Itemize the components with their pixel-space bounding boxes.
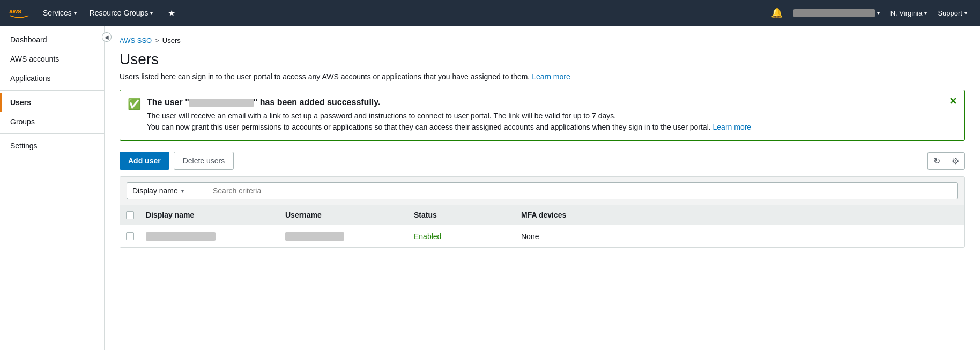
success-banner: ✅ ✕ The user " " has been added successf… [120, 90, 965, 141]
sidebar-item-dashboard[interactable]: Dashboard [0, 30, 104, 49]
table-header: Display name Username Status MFA devices [120, 205, 964, 225]
sidebar-item-aws-accounts[interactable]: AWS accounts [0, 49, 104, 69]
sidebar-collapse-button[interactable]: ◀ [102, 32, 112, 42]
resource-groups-menu[interactable]: Resource Groups ▾ [85, 6, 158, 19]
aws-logo: aws [9, 5, 30, 21]
svg-text:aws: aws [9, 8, 21, 15]
favorites-icon[interactable]: ★ [164, 6, 180, 20]
region-chevron-icon: ▾ [924, 10, 927, 16]
account-menu[interactable]: ██████████ ▾ [789, 7, 884, 19]
main-content: AWS SSO > Users Users Users listed here … [105, 26, 980, 350]
sidebar-item-applications[interactable]: Applications [0, 69, 104, 88]
action-buttons: Add user Delete users [120, 152, 234, 170]
row-checkbox-cell [120, 232, 139, 240]
display-name-redacted [146, 232, 216, 241]
td-mfa-devices: None [515, 232, 964, 241]
th-mfa-devices: MFA devices [515, 211, 964, 219]
sidebar-divider-2 [0, 133, 104, 134]
table-row: Enabled None [120, 225, 964, 247]
th-display-name: Display name [139, 211, 279, 219]
filter-select-chevron-icon: ▾ [181, 188, 184, 194]
sidebar: ◀ Dashboard AWS accounts Applications Us… [0, 26, 105, 350]
table-filter-row: Display name ▾ [120, 177, 964, 205]
breadcrumb-parent-link[interactable]: AWS SSO [120, 36, 152, 44]
td-status: Enabled [407, 232, 515, 241]
filter-select[interactable]: Display name ▾ [127, 182, 207, 199]
td-display-name [139, 232, 279, 241]
sidebar-divider-1 [0, 90, 104, 91]
breadcrumb-current: Users [162, 36, 181, 44]
add-user-button[interactable]: Add user [120, 152, 169, 170]
success-username-redacted [189, 99, 254, 107]
top-nav: aws Services ▾ Resource Groups ▾ ★ 🔔 ███… [0, 0, 980, 26]
username-redacted [285, 232, 344, 241]
td-username [279, 232, 407, 241]
button-row: Add user Delete users ↻ ⚙ [120, 152, 965, 170]
sidebar-item-users[interactable]: Users [0, 93, 104, 112]
sidebar-item-settings[interactable]: Settings [0, 136, 104, 155]
th-checkbox [120, 211, 139, 219]
support-chevron-icon: ▾ [964, 10, 967, 16]
support-menu[interactable]: Support ▾ [933, 7, 971, 19]
page-learn-more-link[interactable]: Learn more [532, 72, 570, 81]
bell-icon[interactable]: 🔔 [767, 5, 787, 21]
nav-right: 🔔 ██████████ ▾ N. Virginia ▾ Support ▾ [767, 5, 971, 21]
resource-groups-chevron-icon: ▾ [150, 10, 153, 16]
page-title: Users [120, 51, 965, 68]
region-menu[interactable]: N. Virginia ▾ [886, 7, 932, 19]
delete-users-button[interactable]: Delete users [174, 152, 234, 170]
select-all-checkbox[interactable] [126, 211, 134, 219]
search-input[interactable] [207, 182, 958, 199]
page-description: Users listed here can sign in to the use… [120, 72, 965, 81]
services-menu[interactable]: Services ▾ [39, 6, 81, 19]
refresh-button[interactable]: ↻ [927, 152, 946, 170]
table-icon-buttons: ↻ ⚙ [927, 152, 965, 170]
account-chevron-icon: ▾ [877, 10, 880, 16]
success-title: The user " " has been added successfully… [147, 98, 943, 107]
success-check-icon: ✅ [128, 98, 141, 110]
resource-groups-label: Resource Groups [90, 9, 149, 17]
region-label: N. Virginia [890, 9, 923, 17]
breadcrumb: AWS SSO > Users [120, 36, 965, 44]
success-body: The user will receive an email with a li… [147, 110, 943, 133]
account-label: ██████████ [793, 9, 875, 17]
th-status: Status [407, 211, 515, 219]
breadcrumb-separator: > [155, 36, 159, 44]
success-close-button[interactable]: ✕ [949, 95, 957, 107]
filter-select-label: Display name [132, 187, 178, 195]
sidebar-item-groups[interactable]: Groups [0, 112, 104, 131]
support-label: Support [938, 9, 962, 17]
success-learn-more-link[interactable]: Learn more [713, 123, 752, 131]
services-chevron-icon: ▾ [74, 10, 77, 16]
users-table-container: Display name ▾ Display name Username Sta… [120, 176, 965, 248]
row-checkbox[interactable] [126, 232, 134, 240]
settings-button[interactable]: ⚙ [946, 152, 965, 170]
layout: ◀ Dashboard AWS accounts Applications Us… [0, 26, 980, 350]
th-username: Username [279, 211, 407, 219]
services-label: Services [43, 9, 72, 17]
